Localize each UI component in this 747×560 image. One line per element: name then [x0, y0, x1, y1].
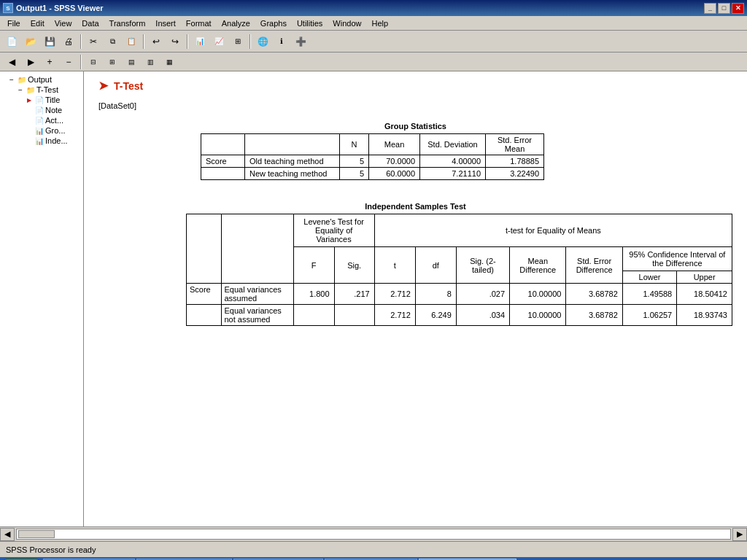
menu-insert[interactable]: Insert	[151, 18, 180, 29]
window-controls: _ □ ✕	[704, 3, 744, 14]
save-button[interactable]: 💾	[41, 34, 58, 50]
minus-button[interactable]: −	[60, 54, 77, 70]
tree-label-gro: Gro...	[45, 126, 66, 135]
tree-label-ttest: T-Test	[36, 85, 58, 94]
chart-button[interactable]: 📈	[210, 34, 228, 50]
group-statistics-title: Group Statistics	[98, 122, 732, 131]
status-bar: SPSS Processor is ready	[0, 541, 747, 557]
scroll-left-button[interactable]: ◀	[0, 528, 15, 541]
folder-icon-ttest: 📁	[26, 85, 35, 94]
undo-button[interactable]: ↩	[147, 34, 165, 50]
sep4	[249, 34, 251, 49]
tree-item-note[interactable]: 📄 Note	[0, 105, 83, 115]
independent-samples-table: Levene's Test for Equality of Variances …	[186, 214, 732, 326]
space-gro	[25, 126, 34, 135]
content-area[interactable]: ➤ T-Test [DataSet0] Group Statistics N M…	[84, 71, 747, 526]
tree-label-note: Note	[45, 106, 62, 114]
section-title: ➤ T-Test	[98, 79, 732, 93]
sep1	[80, 34, 82, 49]
space-ind	[25, 136, 34, 145]
copy-button[interactable]: ⧉	[104, 34, 121, 50]
add-button[interactable]: ➕	[292, 34, 309, 50]
menu-view[interactable]: View	[50, 18, 77, 29]
table-row: Score Old teaching method 5 70.0000 4.00…	[201, 155, 544, 168]
tree-item-ttest[interactable]: − 📁 T-Test	[0, 85, 83, 95]
web-button[interactable]: 🌐	[254, 34, 271, 50]
menu-graphs[interactable]: Graphs	[256, 18, 291, 29]
view3-button[interactable]: ▦	[160, 54, 178, 70]
space-note	[25, 106, 34, 114]
paste-button[interactable]: 📋	[123, 34, 140, 50]
window-title: Output1 - SPSS Viewer	[16, 4, 104, 12]
group-statistics-table: N Mean Std. Deviation Std. Error Mean Sc…	[201, 133, 544, 180]
redo-button[interactable]: ↪	[166, 34, 184, 50]
arrow-icon-title: ▶	[25, 96, 34, 104]
close-button[interactable]: ✕	[732, 3, 744, 14]
chart-icon-ind: 📊	[35, 136, 44, 145]
status-text: SPSS Processor is ready	[6, 545, 96, 554]
toolbar-main: 📄 📂 💾 🖨 ✂ ⧉ 📋 ↩ ↪ 📊 📈 ⊞ 🌐 ℹ ➕	[0, 31, 747, 52]
menu-edit[interactable]: Edit	[26, 18, 49, 29]
scroll-area: ◀ ▶	[0, 526, 747, 541]
menu-file[interactable]: File	[3, 18, 25, 29]
menu-analyze[interactable]: Analyze	[217, 18, 255, 29]
view1-button[interactable]: ▤	[123, 54, 140, 70]
sep3	[187, 34, 188, 49]
view2-button[interactable]: ▥	[142, 54, 159, 70]
toolbar-nav: ◀ ▶ + − ⊟ ⊞ ▤ ▥ ▦	[0, 52, 747, 71]
table-row-ev-assumed: Score Equal variances assumed 1.800 .217…	[187, 284, 732, 305]
sep2	[143, 34, 144, 49]
back-button[interactable]: ◀	[3, 54, 20, 70]
minus-icon-ttest: −	[16, 85, 25, 94]
new-button[interactable]: 📄	[3, 34, 20, 50]
doc-icon-note: 📄	[35, 106, 44, 114]
tree-item-act[interactable]: 📄 Act...	[0, 115, 83, 125]
menu-window[interactable]: Window	[328, 18, 365, 29]
tree-label-ind: Inde...	[45, 136, 68, 145]
info-button[interactable]: ℹ	[273, 34, 290, 50]
tree-label-output: Output	[28, 75, 52, 84]
cut-button[interactable]: ✂	[85, 34, 102, 50]
dataset-label: [DataSet0]	[98, 101, 732, 110]
tree-label-act: Act...	[45, 116, 63, 125]
menu-transform[interactable]: Transform	[105, 18, 150, 29]
doc-icon-act: 📄	[35, 116, 44, 125]
section-arrow-icon: ➤	[98, 79, 108, 93]
expand-button[interactable]: ⊞	[104, 54, 121, 70]
tree-item-ind[interactable]: 📊 Inde...	[0, 136, 83, 146]
menu-help[interactable]: Help	[367, 18, 392, 29]
forward-button[interactable]: ▶	[22, 54, 39, 70]
tree-item-title[interactable]: ▶ 📄 Title	[0, 95, 83, 105]
taskbar-tray: 🖥 11:54	[709, 557, 746, 560]
plus-button[interactable]: +	[41, 54, 58, 70]
space-act	[25, 116, 34, 125]
horizontal-scrollbar[interactable]	[16, 529, 731, 540]
menu-data[interactable]: Data	[77, 18, 103, 29]
tree-item-gro[interactable]: 📊 Gro...	[0, 125, 83, 136]
folder-icon-output: 📁	[18, 75, 26, 84]
chart-icon-gro: 📊	[35, 126, 44, 135]
minimize-button[interactable]: _	[704, 3, 716, 14]
sep5	[80, 55, 82, 69]
app-icon: S	[3, 3, 13, 13]
taskbar: ⊞ start ✉ Inbox - Microsoft Out... 📄 1st…	[0, 557, 747, 560]
table-row: New teaching method 5 60.0000 7.21110 3.…	[201, 168, 544, 180]
section-title-text: T-Test	[114, 80, 143, 92]
stats-button[interactable]: 📊	[191, 34, 209, 50]
menu-bar: File Edit View Data Transform Insert For…	[0, 16, 747, 31]
left-panel: − 📁 Output − 📁 T-Test ▶ 📄 Title 📄 Note 📄…	[0, 71, 84, 526]
minus-icon: −	[7, 75, 16, 84]
scroll-right-button[interactable]: ▶	[732, 528, 747, 541]
collapse-button[interactable]: ⊟	[85, 54, 102, 70]
scrollbar-thumb[interactable]	[18, 530, 55, 538]
maximize-button[interactable]: □	[718, 3, 730, 14]
menu-format[interactable]: Format	[182, 18, 216, 29]
print-button[interactable]: 🖨	[60, 34, 77, 50]
doc-icon-title: 📄	[35, 96, 44, 104]
independent-samples-title: Independent Samples Test	[98, 202, 732, 211]
menu-utilities[interactable]: Utilities	[293, 18, 327, 29]
tree-item-output[interactable]: − 📁 Output	[0, 74, 83, 85]
tree-label-title: Title	[45, 96, 60, 104]
open-button[interactable]: 📂	[22, 34, 39, 50]
table-button[interactable]: ⊞	[229, 34, 247, 50]
